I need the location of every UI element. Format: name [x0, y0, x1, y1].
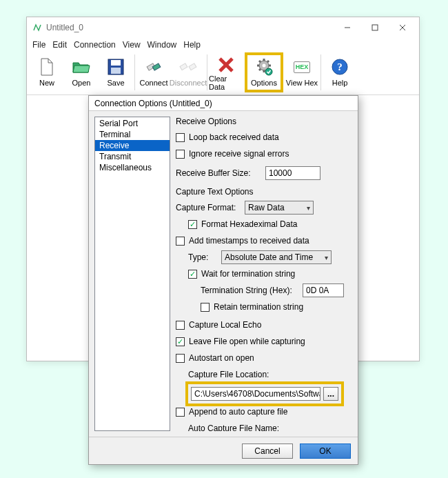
- connect-button[interactable]: Connect: [136, 54, 171, 90]
- browse-button[interactable]: ...: [323, 387, 338, 401]
- chevron-down-icon: ▾: [325, 254, 328, 261]
- category-receive[interactable]: Receive: [95, 140, 170, 151]
- termination-string-input[interactable]: 0D 0A: [303, 283, 344, 297]
- add-timestamps-label: Add timestamps to received data: [189, 236, 309, 246]
- wait-termination-label: Wait for termination string: [201, 269, 295, 279]
- disconnect-button[interactable]: Disconnect: [171, 54, 205, 90]
- loopback-checkbox[interactable]: [176, 133, 185, 142]
- ignore-errors-checkbox[interactable]: [176, 150, 185, 159]
- ts-type-label: Type:: [188, 252, 216, 262]
- capture-file-location-highlight: C:\Users\46708\Documents\Softwares\Co ..…: [188, 384, 341, 404]
- svg-line-22: [259, 69, 261, 70]
- ok-button[interactable]: OK: [300, 444, 351, 459]
- view-hex-button[interactable]: HEX View Hex: [285, 54, 319, 90]
- category-serial-port[interactable]: Serial Port: [95, 118, 170, 129]
- connect-plug-icon: [145, 56, 163, 78]
- capture-file-location-input[interactable]: C:\Users\46708\Documents\Softwares\Co: [191, 387, 320, 401]
- window-title: Untitled_0: [46, 23, 83, 32]
- termination-string-label: Termination String (Hex):: [201, 286, 297, 295]
- svg-line-19: [259, 61, 261, 62]
- wait-termination-checkbox[interactable]: ✓: [188, 270, 197, 279]
- titlebar: Untitled_0: [27, 17, 419, 38]
- svg-line-21: [267, 61, 269, 62]
- capture-file-location-label: Capture File Location:: [188, 370, 269, 379]
- append-auto-capture-checkbox[interactable]: [176, 408, 185, 417]
- loopback-label: Loop back received data: [189, 132, 279, 142]
- ignore-errors-label: Ignore receive signal errors: [189, 149, 289, 159]
- svg-rect-5: [111, 60, 121, 66]
- format-hex-checkbox[interactable]: ✓: [188, 220, 197, 229]
- retain-termination-checkbox[interactable]: [201, 303, 210, 312]
- open-button[interactable]: Open: [64, 54, 99, 90]
- options-button[interactable]: Options: [247, 54, 281, 90]
- disconnect-plug-icon: [179, 56, 197, 78]
- retain-termination-label: Retain termination string: [214, 302, 303, 312]
- capture-local-echo-checkbox[interactable]: [176, 321, 185, 330]
- minimize-button[interactable]: [334, 18, 361, 37]
- menu-help[interactable]: Help: [183, 40, 201, 50]
- svg-rect-1: [372, 25, 378, 30]
- options-dialog: Connection Options (Untitled_0) Serial P…: [88, 95, 358, 465]
- hex-icon: HEX: [294, 56, 311, 78]
- cancel-button[interactable]: Cancel: [242, 444, 293, 459]
- menu-view[interactable]: View: [123, 40, 141, 50]
- save-floppy-icon: [107, 56, 125, 78]
- svg-point-23: [265, 68, 272, 75]
- ts-type-select[interactable]: Absolute Date and Time▾: [221, 250, 332, 264]
- category-list[interactable]: Serial Port Terminal Receive Transmit Mi…: [94, 117, 170, 431]
- category-miscellaneous[interactable]: Miscellaneous: [95, 162, 170, 173]
- leave-file-open-checkbox[interactable]: ✓: [176, 337, 185, 346]
- autostart-checkbox[interactable]: [176, 354, 185, 363]
- help-icon: ?: [331, 56, 349, 78]
- save-button[interactable]: Save: [99, 54, 133, 90]
- clear-data-button[interactable]: Clear Data: [209, 54, 243, 90]
- dialog-footer: Cancel OK: [89, 437, 358, 464]
- receive-options-title: Receive Options: [176, 117, 352, 126]
- chevron-down-icon: ▾: [307, 204, 310, 212]
- clear-x-icon: [217, 56, 235, 74]
- svg-rect-6: [111, 68, 121, 74]
- app-icon: [32, 22, 42, 34]
- menu-file[interactable]: File: [32, 40, 45, 50]
- format-hex-label: Format Hexadeximal Data: [201, 219, 297, 229]
- svg-text:?: ?: [337, 61, 343, 72]
- buffer-size-input[interactable]: 10000: [265, 166, 320, 180]
- menubar: File Edit Connection View Window Help: [27, 38, 419, 52]
- toolbar: New Open Save Connect: [27, 52, 419, 95]
- capture-format-select[interactable]: Raw Data▾: [245, 201, 314, 215]
- auto-capture-filename-label: Auto Capture File Name:: [188, 424, 279, 431]
- svg-rect-9: [180, 63, 187, 70]
- capture-options-title: Capture Text Options: [176, 187, 352, 197]
- capture-local-echo-label: Capture Local Echo: [189, 320, 261, 330]
- open-folder-icon: [72, 56, 91, 78]
- maximize-button[interactable]: [361, 18, 389, 37]
- close-button[interactable]: [389, 18, 416, 37]
- buffer-size-label: Receive Buffer Size:: [176, 168, 258, 178]
- dialog-title: Connection Options (Untitled_0): [89, 96, 358, 111]
- category-terminal[interactable]: Terminal: [95, 129, 170, 140]
- svg-rect-10: [189, 63, 196, 70]
- new-button[interactable]: New: [30, 54, 64, 90]
- menu-edit[interactable]: Edit: [52, 40, 67, 50]
- autostart-label: Autostart on open: [189, 353, 254, 363]
- receive-panel: Receive Options Loop back received data …: [176, 117, 352, 431]
- new-file-icon: [39, 56, 55, 78]
- menu-connection[interactable]: Connection: [74, 40, 116, 50]
- add-timestamps-checkbox[interactable]: [176, 237, 185, 246]
- help-button[interactable]: ? Help: [323, 54, 357, 90]
- category-transmit[interactable]: Transmit: [95, 151, 170, 162]
- append-auto-capture-label: Append to auto capture file: [189, 407, 287, 417]
- gear-icon: [254, 56, 274, 78]
- svg-point-14: [263, 64, 266, 68]
- capture-format-label: Capture Format:: [176, 203, 245, 212]
- menu-window[interactable]: Window: [147, 40, 177, 50]
- leave-file-open-label: Leave File open while capturing: [189, 337, 305, 346]
